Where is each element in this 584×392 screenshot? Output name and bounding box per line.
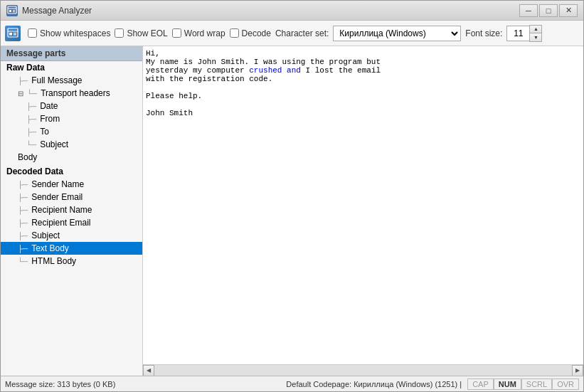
connector-date: ├─ bbox=[26, 102, 36, 110]
window-title: Message Analyzer bbox=[22, 6, 519, 16]
connector-from: ├─ bbox=[26, 115, 36, 123]
status-codepage: Default Codepage: Кириллица (Windows) (1… bbox=[286, 380, 462, 388]
font-size-spinbox: ▲ ▼ bbox=[506, 25, 542, 42]
date-label: Date bbox=[40, 101, 58, 111]
svg-rect-9 bbox=[14, 34, 16, 35]
recipient-email-label: Recipient Email bbox=[31, 218, 90, 228]
recipient-name-label: Recipient Name bbox=[31, 205, 92, 215]
main-area: Message parts Raw Data ├─ Full Message ⊟… bbox=[1, 46, 583, 376]
show-whitespaces-group: Show whitespaces bbox=[28, 28, 110, 38]
charset-select[interactable]: Кириллица (Windows) bbox=[333, 26, 461, 41]
sidebar-item-transport-headers[interactable]: ⊟ └─ Transport headers bbox=[1, 87, 142, 100]
svg-rect-2 bbox=[9, 10, 11, 12]
connector-recipient-name: ├─ bbox=[18, 206, 28, 214]
minimize-button[interactable]: ─ bbox=[519, 4, 538, 17]
connector-html-body: └─ bbox=[18, 258, 28, 265]
body-label: Body bbox=[18, 152, 37, 162]
font-size-spin-buttons: ▲ ▼ bbox=[529, 25, 542, 42]
sidebar-item-sender-name[interactable]: ├─ Sender Name bbox=[1, 178, 142, 191]
sidebar-item-recipient-email[interactable]: ├─ Recipient Email bbox=[1, 216, 142, 229]
connector-sender-email: ├─ bbox=[18, 194, 28, 201]
sidebar-item-recipient-name[interactable]: ├─ Recipient Name bbox=[1, 203, 142, 216]
message-text-display[interactable]: Hi, My name is John Smith. I was using t… bbox=[143, 46, 583, 364]
html-body-label: HTML Body bbox=[31, 256, 76, 266]
connector-subject-decoded: ├─ bbox=[18, 232, 28, 240]
connector-sender-name: ├─ bbox=[18, 181, 28, 189]
subject-label: Subject bbox=[40, 139, 68, 149]
connector-subject: └─ bbox=[26, 141, 36, 149]
show-whitespaces-checkbox[interactable] bbox=[28, 28, 37, 38]
show-eol-checkbox[interactable] bbox=[115, 28, 124, 38]
raw-data-section[interactable]: Raw Data bbox=[1, 61, 142, 74]
decode-group: Decode bbox=[230, 28, 271, 38]
maximize-button[interactable]: □ bbox=[539, 4, 558, 17]
window-controls: ─ □ ✕ bbox=[519, 4, 578, 17]
sidebar-item-text-body[interactable]: ├─ Text Body bbox=[1, 242, 142, 255]
sidebar-item-body[interactable]: Body bbox=[1, 151, 142, 164]
connector-text-body: ├─ bbox=[18, 245, 28, 253]
font-size-input[interactable] bbox=[506, 26, 529, 41]
decode-label[interactable]: Decode bbox=[242, 28, 271, 38]
status-message-size: Message size: 313 bytes (0 KB) bbox=[5, 380, 286, 388]
text-body-label: Text Body bbox=[31, 243, 69, 253]
decoded-data-section[interactable]: Decoded Data bbox=[1, 165, 142, 178]
title-bar: Message Analyzer ─ □ ✕ bbox=[1, 1, 583, 21]
expand-transport-icon[interactable]: ⊟ bbox=[18, 90, 23, 97]
subject-decoded-label: Subject bbox=[31, 231, 60, 240]
sidebar-item-full-message[interactable]: ├─ Full Message bbox=[1, 74, 142, 87]
sidebar: Message parts Raw Data ├─ Full Message ⊟… bbox=[1, 46, 143, 376]
status-indicators: CAP NUM SCRL OVR bbox=[467, 378, 579, 390]
connector-recipient-email: ├─ bbox=[18, 219, 28, 227]
transport-headers-label: Transport headers bbox=[41, 88, 110, 98]
decode-checkbox[interactable] bbox=[230, 28, 239, 38]
sidebar-item-html-body[interactable]: └─ HTML Body bbox=[1, 255, 142, 267]
sidebar-header: Message parts bbox=[1, 46, 142, 61]
scrl-indicator: SCRL bbox=[521, 378, 552, 390]
sender-email-label: Sender Email bbox=[31, 192, 83, 202]
font-size-label: Font size: bbox=[465, 28, 502, 38]
toolbar-app-icon bbox=[5, 26, 21, 41]
decoded-section: Decoded Data ├─ Sender Name ├─ Sender Em… bbox=[1, 165, 142, 267]
word-wrap-checkbox[interactable] bbox=[172, 28, 181, 38]
sidebar-item-date[interactable]: ├─ Date bbox=[1, 100, 142, 112]
scroll-right-button[interactable]: ▶ bbox=[572, 365, 583, 376]
word-wrap-group: Word wrap bbox=[172, 28, 225, 38]
num-indicator: NUM bbox=[494, 378, 521, 390]
full-message-label: Full Message bbox=[31, 75, 82, 85]
sidebar-item-subject[interactable]: └─ Subject bbox=[1, 138, 142, 151]
charset-label: Character set: bbox=[275, 28, 329, 38]
show-whitespaces-label[interactable]: Show whitespaces bbox=[40, 28, 110, 38]
sidebar-item-sender-email[interactable]: ├─ Sender Email bbox=[1, 191, 142, 203]
svg-rect-0 bbox=[8, 6, 16, 14]
sidebar-item-subject-decoded[interactable]: ├─ Subject bbox=[1, 229, 142, 242]
connector-transport: └─ bbox=[27, 90, 37, 97]
main-window: Message Analyzer ─ □ ✕ Show whitespaces … bbox=[0, 0, 584, 392]
show-eol-label[interactable]: Show EOL bbox=[127, 28, 167, 38]
scrollbar-track[interactable] bbox=[154, 365, 572, 376]
horizontal-scrollbar[interactable]: ◀ ▶ bbox=[143, 364, 583, 376]
cap-indicator: CAP bbox=[467, 378, 494, 390]
connector-to: ├─ bbox=[26, 128, 36, 136]
toolbar: Show whitespaces Show EOL Word wrap Deco… bbox=[1, 21, 583, 46]
close-button[interactable]: ✕ bbox=[559, 4, 578, 17]
sidebar-item-to[interactable]: ├─ To bbox=[1, 125, 142, 138]
sender-name-label: Sender Name bbox=[31, 179, 84, 189]
svg-rect-8 bbox=[14, 33, 16, 33]
highlight-and: and bbox=[287, 66, 301, 75]
show-eol-group: Show EOL bbox=[115, 28, 167, 38]
svg-rect-3 bbox=[13, 10, 15, 11]
word-wrap-label[interactable]: Word wrap bbox=[184, 28, 225, 38]
content-area: Hi, My name is John Smith. I was using t… bbox=[143, 46, 583, 376]
ovr-indicator: OVR bbox=[552, 378, 579, 390]
from-label: From bbox=[40, 114, 60, 124]
app-icon bbox=[6, 5, 18, 16]
svg-rect-7 bbox=[9, 33, 12, 36]
svg-rect-4 bbox=[13, 11, 15, 12]
connector-full-message: ├─ bbox=[18, 77, 28, 85]
sidebar-item-from[interactable]: ├─ From bbox=[1, 112, 142, 125]
status-bar: Message size: 313 bytes (0 KB) Default C… bbox=[1, 376, 583, 391]
highlight-crushed: crushed bbox=[249, 66, 282, 75]
font-size-down-button[interactable]: ▼ bbox=[530, 33, 541, 41]
font-size-up-button[interactable]: ▲ bbox=[530, 26, 541, 33]
scroll-left-button[interactable]: ◀ bbox=[143, 365, 154, 376]
